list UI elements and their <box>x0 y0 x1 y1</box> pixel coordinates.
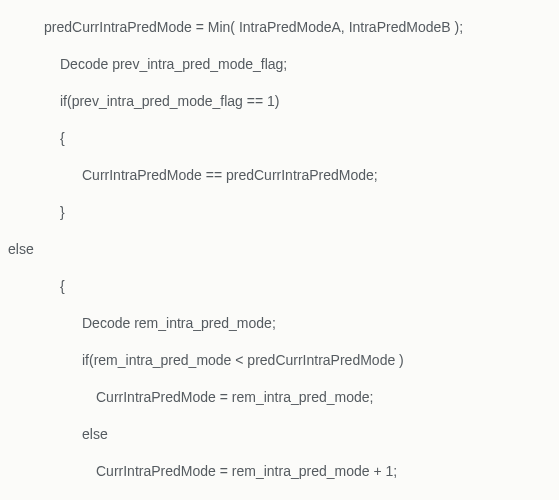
code-line: CurrIntraPredMode == predCurrIntraPredMo… <box>0 168 559 182</box>
code-snippet: predCurrIntraPredMode = Min( IntraPredMo… <box>0 0 559 500</box>
else-keyword: else <box>0 427 559 441</box>
brace-open: { <box>0 131 559 145</box>
code-line: Decode rem_intra_pred_mode; <box>0 316 559 330</box>
code-line: CurrIntraPredMode = rem_intra_pred_mode; <box>0 390 559 404</box>
code-line: predCurrIntraPredMode = Min( IntraPredMo… <box>0 20 559 34</box>
code-line: if(prev_intra_pred_mode_flag == 1) <box>0 94 559 108</box>
code-line: CurrIntraPredMode = rem_intra_pred_mode … <box>0 464 559 478</box>
brace-open: { <box>0 279 559 293</box>
code-line: Decode prev_intra_pred_mode_flag; <box>0 57 559 71</box>
else-keyword: else <box>0 242 559 256</box>
brace-close: } <box>0 205 559 219</box>
code-line: if(rem_intra_pred_mode < predCurrIntraPr… <box>0 353 559 367</box>
